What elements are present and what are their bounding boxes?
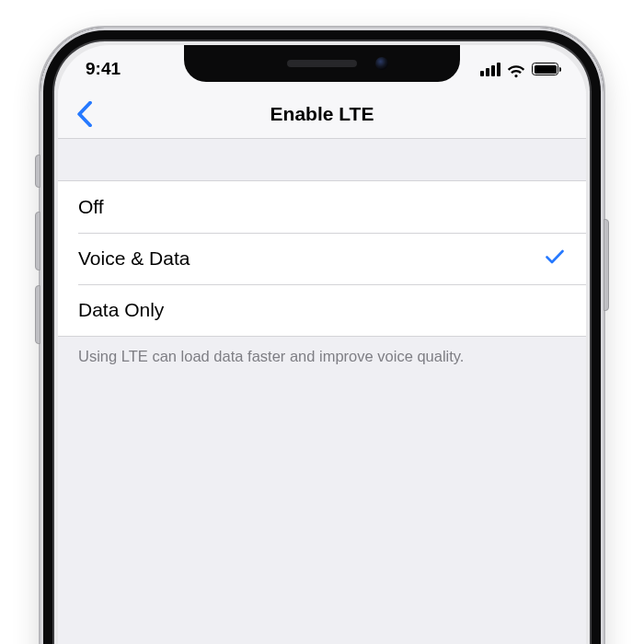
volume-up-button bbox=[35, 212, 40, 270]
option-off[interactable]: Off bbox=[58, 181, 586, 233]
option-label: Voice & Data bbox=[78, 247, 190, 270]
status-indicators bbox=[480, 63, 558, 76]
back-button[interactable] bbox=[62, 89, 106, 138]
checkmark-icon bbox=[546, 247, 564, 270]
option-data-only[interactable]: Data Only bbox=[58, 284, 586, 336]
option-label: Data Only bbox=[78, 299, 164, 321]
chevron-left-icon bbox=[76, 101, 92, 127]
page-title: Enable LTE bbox=[270, 103, 374, 125]
option-voice-and-data[interactable]: Voice & Data bbox=[58, 233, 586, 284]
navigation-bar: Enable LTE bbox=[58, 89, 586, 139]
cellular-signal-icon bbox=[480, 63, 500, 76]
screen: 9:41 bbox=[58, 45, 586, 644]
status-time: 9:41 bbox=[86, 59, 121, 79]
side-button bbox=[604, 219, 609, 311]
earpiece-speaker bbox=[287, 60, 357, 67]
wifi-icon bbox=[507, 63, 525, 75]
content-background bbox=[58, 376, 586, 644]
volume-down-button bbox=[35, 285, 40, 344]
device-frame: 9:41 bbox=[39, 26, 605, 644]
battery-icon bbox=[532, 63, 558, 75]
option-label: Off bbox=[78, 196, 104, 218]
options-list: Off Voice & Data Data Only bbox=[58, 181, 586, 337]
section-header-gap bbox=[58, 139, 586, 181]
mute-switch bbox=[35, 155, 40, 188]
notch bbox=[184, 45, 460, 82]
front-camera bbox=[375, 57, 388, 70]
section-footer-text: Using LTE can load data faster and impro… bbox=[58, 337, 586, 376]
